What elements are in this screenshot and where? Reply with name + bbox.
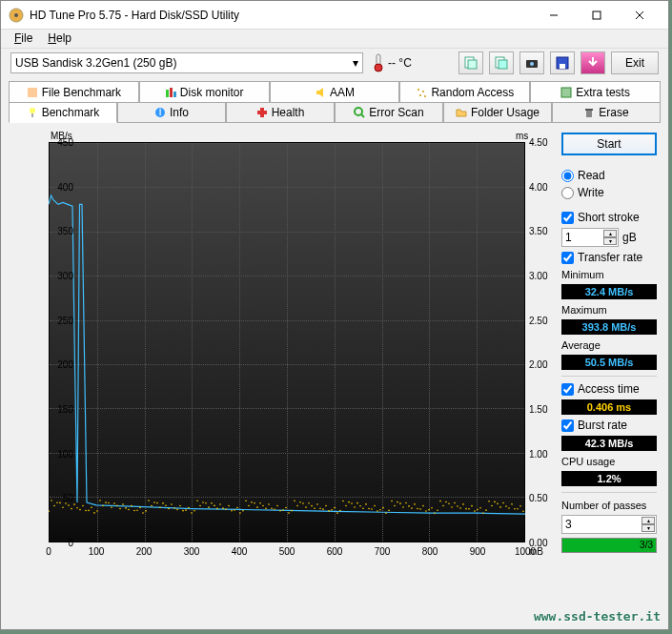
toolbar: USB Sandisk 3.2Gen1 (250 gB) ▾ -- °C Exi… — [1, 49, 668, 77]
svg-point-83 — [185, 509, 187, 511]
svg-point-58 — [113, 502, 115, 504]
svg-point-153 — [385, 512, 387, 514]
tab-info[interactable]: iInfo — [117, 102, 226, 123]
titlebar: HD Tune Pro 5.75 - Hard Disk/SSD Utility — [1, 1, 668, 30]
tab-extra-tests[interactable]: Extra tests — [530, 81, 661, 102]
passes-input[interactable]: 3▴▾ — [561, 515, 657, 534]
short-stroke-check[interactable]: Short stroke — [561, 211, 657, 224]
svg-point-129 — [316, 503, 318, 505]
svg-point-57 — [111, 506, 112, 508]
svg-line-32 — [361, 114, 364, 117]
thermometer-icon — [373, 53, 384, 72]
svg-point-147 — [368, 508, 370, 510]
maximize-button[interactable] — [575, 1, 618, 29]
minimize-button[interactable] — [532, 1, 575, 29]
svg-point-110 — [262, 505, 264, 507]
svg-rect-15 — [560, 64, 565, 69]
svg-point-166 — [422, 505, 424, 507]
svg-point-152 — [382, 507, 384, 509]
tab-aam[interactable]: AAM — [270, 81, 400, 102]
svg-rect-33 — [586, 110, 592, 117]
svg-rect-3 — [593, 11, 601, 19]
options-button[interactable] — [580, 51, 605, 74]
svg-point-175 — [448, 502, 450, 504]
svg-rect-30 — [257, 111, 267, 114]
svg-point-191 — [494, 501, 496, 503]
svg-point-133 — [328, 510, 330, 512]
short-stroke-input[interactable]: 1▴▾ — [561, 228, 619, 247]
transfer-rate-check[interactable]: Transfer rate — [561, 251, 657, 264]
access-time-check[interactable]: Access time — [561, 382, 657, 396]
svg-point-114 — [274, 508, 275, 510]
svg-point-1 — [14, 13, 18, 17]
svg-point-53 — [99, 500, 101, 501]
svg-point-75 — [162, 502, 164, 504]
maximum-value: 393.8 MB/s — [561, 319, 657, 335]
svg-point-96 — [222, 507, 224, 509]
minimum-label: Minimum — [561, 269, 657, 280]
svg-point-135 — [334, 507, 336, 509]
svg-point-136 — [336, 512, 338, 514]
tab-health[interactable]: Health — [226, 102, 335, 123]
svg-point-22 — [419, 94, 421, 96]
svg-point-121 — [294, 501, 295, 502]
svg-point-125 — [305, 506, 307, 508]
watermark: www.ssd-tester.it — [534, 609, 661, 624]
svg-point-155 — [391, 501, 393, 502]
tab-benchmark[interactable]: Benchmark — [9, 102, 117, 123]
svg-rect-18 — [170, 88, 173, 97]
svg-point-168 — [428, 509, 430, 511]
svg-point-47 — [82, 505, 84, 507]
svg-point-71 — [151, 505, 153, 507]
menu-help[interactable]: Help — [40, 30, 79, 48]
svg-point-99 — [231, 510, 233, 512]
write-radio[interactable]: Write — [561, 186, 657, 199]
tabstrip-row2: Benchmark iInfo Health Error Scan Folder… — [1, 102, 668, 123]
tab-disk-monitor[interactable]: Disk monitor — [139, 81, 270, 102]
copy-screenshot-button[interactable] — [489, 51, 514, 74]
svg-point-190 — [491, 505, 493, 507]
x-axis-unit: mB — [529, 546, 543, 557]
yright-axis-title: ms — [516, 131, 528, 141]
svg-point-122 — [296, 505, 298, 507]
svg-point-148 — [371, 508, 373, 510]
svg-point-140 — [348, 501, 350, 503]
copy-info-button[interactable] — [458, 51, 483, 74]
svg-point-115 — [276, 505, 278, 507]
exit-button[interactable]: Exit — [611, 51, 659, 74]
screenshot-button[interactable] — [519, 51, 544, 74]
svg-point-106 — [251, 501, 253, 503]
svg-point-193 — [499, 506, 501, 508]
svg-point-38 — [56, 501, 58, 503]
read-radio[interactable]: Read — [561, 169, 657, 182]
svg-point-94 — [216, 508, 218, 510]
svg-point-178 — [457, 505, 458, 507]
tab-erase[interactable]: Erase — [552, 102, 661, 123]
menu-file[interactable]: File — [7, 30, 40, 48]
svg-point-42 — [68, 504, 70, 506]
menubar: File Help — [1, 30, 668, 49]
svg-point-192 — [497, 503, 499, 505]
start-button[interactable]: Start — [561, 133, 657, 155]
burst-rate-check[interactable]: Burst rate — [561, 419, 657, 432]
svg-point-13 — [530, 62, 534, 66]
save-button[interactable] — [550, 51, 575, 74]
svg-point-25 — [30, 108, 35, 113]
svg-point-65 — [133, 510, 135, 512]
svg-point-74 — [159, 506, 161, 508]
window-title: HD Tune Pro 5.75 - Hard Disk/SSD Utility — [30, 9, 532, 22]
tab-error-scan[interactable]: Error Scan — [335, 102, 443, 123]
close-button[interactable] — [618, 1, 661, 29]
tab-random-access[interactable]: Random Access — [399, 81, 530, 102]
tab-folder-usage[interactable]: Folder Usage — [443, 102, 552, 123]
access-time-value: 0.406 ms — [561, 399, 657, 415]
tabstrip-row1: File Benchmark Disk monitor AAM Random A… — [1, 77, 668, 102]
tab-file-benchmark[interactable]: File Benchmark — [9, 81, 139, 102]
svg-point-189 — [488, 501, 490, 502]
svg-point-104 — [245, 500, 247, 501]
app-window: HD Tune Pro 5.75 - Hard Disk/SSD Utility… — [0, 0, 669, 630]
svg-rect-11 — [499, 60, 507, 69]
device-dropdown[interactable]: USB Sandisk 3.2Gen1 (250 gB) ▾ — [10, 52, 363, 73]
svg-point-76 — [165, 505, 167, 507]
svg-point-49 — [88, 510, 90, 512]
